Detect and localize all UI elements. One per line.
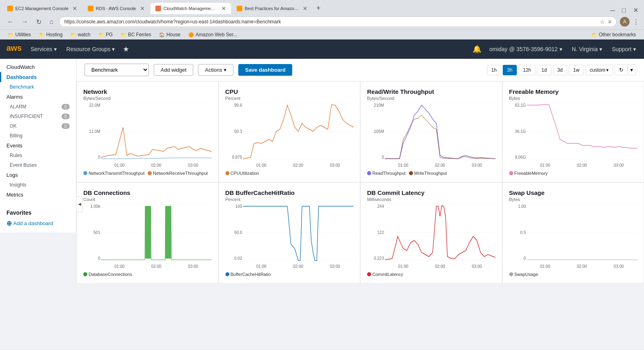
bookmark-amazon[interactable]: 🟠 Amazon Web Ser... (185, 31, 240, 38)
sidebar-container: CloudWatch Dashboards Benchmark Alarms A… (0, 59, 76, 349)
bookmark-hosting[interactable]: 📁 Hosting (36, 31, 66, 38)
sidebar-item-ok[interactable]: OK 0 (0, 121, 76, 131)
close-window-button[interactable]: ✕ (630, 6, 642, 14)
new-tab-button[interactable]: + (313, 2, 324, 14)
more-options-icon[interactable]: ⋮ (633, 18, 639, 26)
nav-support[interactable]: Support ▾ (610, 46, 638, 52)
tab-bestpractices-close[interactable]: ✕ (303, 5, 308, 12)
maximize-button[interactable]: □ (619, 7, 629, 14)
sidebar-item-metrics[interactable]: Metrics (0, 190, 76, 200)
legend-memory-dot (509, 171, 513, 175)
bookmark-utilities[interactable]: 📁 Utilities (5, 31, 34, 38)
forward-button[interactable]: → (19, 17, 31, 26)
sidebar-collapse-button[interactable]: ◀ (76, 196, 83, 212)
chart-dbconn-y-axis: 1.00k 501 0 (83, 204, 100, 261)
add-widget-button[interactable]: Add widget (154, 64, 193, 76)
nav-region[interactable]: N. Virginia ▾ (570, 46, 604, 52)
bookmark-bcferries[interactable]: 📁 BC Ferries (118, 31, 154, 38)
chart-swap-y-axis: 1.00 0.5 0 (509, 204, 526, 261)
reload-button[interactable]: ↻ (34, 17, 44, 27)
notifications-bell-icon[interactable]: 🔔 (473, 45, 481, 54)
chart-network-unit: Bytes/Second (83, 96, 212, 101)
save-dashboard-button[interactable]: Save dashboard (238, 64, 292, 76)
legend-buffer-dot (225, 272, 229, 276)
sidebar-item-logs[interactable]: Logs (0, 170, 76, 180)
sidebar-item-cloudwatch[interactable]: CloudWatch (0, 62, 76, 72)
aws-logo[interactable]: aws (6, 43, 23, 55)
bookmark-other[interactable]: 📁 Other bookmarks (588, 31, 639, 38)
tab-ec2-title: EC2 Management Console (15, 6, 68, 11)
sidebar: CloudWatch Dashboards Benchmark Alarms A… (0, 59, 76, 232)
sidebar-favorites-title: Favorites (0, 206, 76, 217)
sidebar-alarms-label: Alarms (6, 94, 23, 100)
tab-bestpractices[interactable]: Best Practices for Amazon R... ✕ (232, 3, 312, 14)
tab-ec2-close[interactable]: ✕ (72, 5, 77, 12)
bookmark-pg-label: PG (106, 32, 113, 37)
sidebar-item-billing[interactable]: Billing (0, 131, 76, 141)
dashboard-grid: Network Bytes/Second 22.0M 11.0M 0 (76, 81, 644, 284)
tab-cloudwatch[interactable]: CloudWatch Management Co... ✕ (151, 3, 231, 14)
chart-cpu-y-axis: 99.6 50.3 0.875 (225, 103, 242, 159)
sidebar-item-dashboards[interactable]: Dashboards (0, 72, 76, 82)
sidebar-add-dashboard[interactable]: ⊕ Add a dashboard (0, 217, 76, 229)
time-12h-button[interactable]: 12h (518, 65, 535, 75)
chart-swap-inner (527, 204, 638, 261)
sidebar-item-alarm[interactable]: ALARM 0 (0, 102, 76, 112)
sidebar-item-alarms[interactable]: Alarms (0, 92, 76, 102)
tab-rds-close[interactable]: ✕ (140, 5, 145, 12)
bookmark-star-icon[interactable]: ☆ (600, 19, 605, 25)
rw-y-mid: 105M (367, 129, 384, 134)
sidebar-item-benchmark[interactable]: Benchmark (0, 82, 76, 92)
refresh-button[interactable]: ↻ (615, 64, 628, 75)
actions-button[interactable]: Actions ▾ (198, 64, 233, 76)
time-1h-button[interactable]: 1h (487, 65, 501, 75)
dbconn-y-max: 1.00k (83, 204, 100, 209)
favorites-star-icon[interactable]: ★ (123, 45, 129, 54)
tab-ec2[interactable]: EC2 Management Console ✕ (2, 3, 82, 14)
bookmark-pg[interactable]: 📁 PG (95, 31, 116, 38)
nav-services[interactable]: Services ▾ (29, 46, 58, 52)
resource-groups-chevron-icon: ▾ (112, 46, 115, 52)
legend-latency-dot (367, 272, 371, 276)
main-layout: CloudWatch Dashboards Benchmark Alarms A… (0, 59, 644, 349)
time-custom-button[interactable]: custom ▾ (585, 65, 613, 75)
bookmark-house[interactable]: 🏠 House (156, 31, 184, 38)
time-1d-button[interactable]: 1d (537, 65, 551, 75)
chart-memory-unit: Bytes (509, 96, 638, 101)
sidebar-item-event-buses[interactable]: Event Buses (0, 160, 76, 170)
swap-y-max: 1.00 (509, 204, 526, 209)
sidebar-item-events[interactable]: Events (0, 141, 76, 151)
rw-y-max: 210M (367, 103, 384, 108)
tab-rds[interactable]: RDS · AWS Console ✕ (83, 3, 150, 14)
sidebar-item-rules[interactable]: Rules (0, 151, 76, 160)
refresh-dropdown-button[interactable]: ▾ (628, 64, 636, 75)
legend-network-transmit: NetworkTransmitThroughput (83, 171, 144, 176)
chart-cpu-x-axis: 01:00 02:00 03:00 (243, 163, 354, 168)
reader-icon[interactable]: ≡ (608, 19, 611, 25)
cpu-y-mid: 50.3 (225, 129, 242, 134)
minimize-button[interactable]: ─ (607, 7, 618, 14)
nav-resource-groups[interactable]: Resource Groups ▾ (65, 46, 117, 52)
legend-dbconn: DatabaseConnections (83, 272, 132, 277)
sidebar-item-insights[interactable]: Insights (0, 180, 76, 190)
home-button[interactable]: ⌂ (47, 17, 56, 26)
bookmark-watch[interactable]: 📁 watch (67, 31, 93, 38)
time-3h-button[interactable]: 3h (503, 65, 517, 75)
sidebar-item-insufficient[interactable]: INSUFFICIENT 0 (0, 112, 76, 121)
chart-rw-inner (385, 103, 495, 159)
account-icon[interactable]: A (620, 17, 630, 27)
time-1w-button[interactable]: 1w (569, 65, 584, 75)
tab-cloudwatch-close[interactable]: ✕ (221, 5, 226, 12)
back-button[interactable]: ← (5, 17, 16, 26)
time-3d-button[interactable]: 3d (553, 65, 567, 75)
nav-user[interactable]: omiday @ 3578-3596-9012 ▾ (488, 46, 564, 52)
lat-x-01: 01:00 (398, 264, 408, 269)
dashboard-select[interactable]: Benchmark (85, 64, 149, 76)
url-bar[interactable]: https://console.aws.amazon.com/cloudwatc… (59, 17, 617, 27)
legend-read-dot (367, 171, 371, 175)
nav-user-label: omiday @ 3578-3596-9012 (489, 46, 558, 52)
chart-dbconn-inner (101, 204, 212, 261)
browser-actions: A ⋮ (620, 17, 639, 27)
chart-dbconn-title: DB Connections (83, 189, 212, 196)
browser-chrome: EC2 Management Console ✕ RDS · AWS Conso… (0, 0, 644, 39)
